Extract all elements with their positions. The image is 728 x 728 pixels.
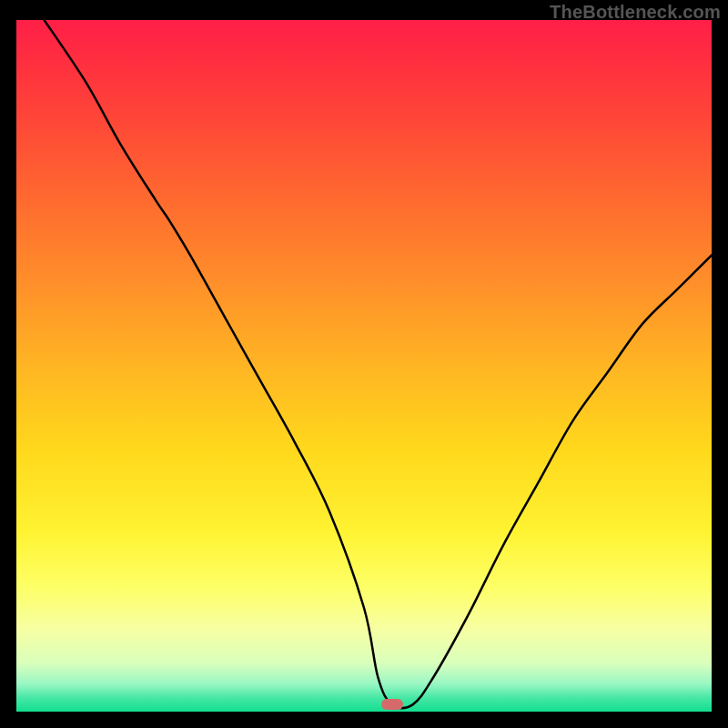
- curve-layer: [16, 20, 712, 712]
- bottleneck-curve: [45, 20, 712, 708]
- plot-area: [16, 20, 712, 712]
- watermark-label: TheBottleneck.com: [550, 2, 721, 23]
- optimum-marker: [381, 699, 403, 710]
- chart-frame: TheBottleneck.com: [0, 0, 728, 728]
